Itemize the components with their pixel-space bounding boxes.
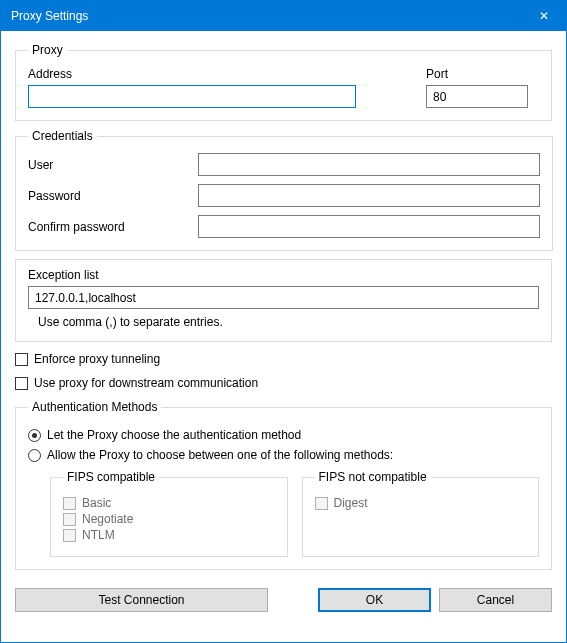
ntlm-checkbox [63, 529, 76, 542]
enforce-tunnel-checkbox[interactable] [15, 353, 28, 366]
downstream-label: Use proxy for downstream communication [34, 376, 258, 390]
fips-not-compatible-group: FIPS not compatible Digest [302, 470, 540, 557]
credentials-group: Credentials User Password Confirm passwo… [15, 129, 553, 251]
credentials-legend: Credentials [28, 129, 97, 143]
address-input[interactable] [28, 85, 356, 108]
test-connection-button[interactable]: Test Connection [15, 588, 268, 612]
auth-choose-label: Allow the Proxy to choose between one of… [47, 448, 393, 462]
exception-group: Exception list Use comma (,) to separate… [15, 259, 552, 342]
negotiate-label: Negotiate [82, 512, 133, 526]
digest-label: Digest [334, 496, 368, 510]
confirm-password-input[interactable] [198, 215, 540, 238]
exception-hint: Use comma (,) to separate entries. [38, 315, 539, 329]
proxy-group: Proxy Address Port [15, 43, 552, 121]
port-label: Port [426, 67, 528, 81]
titlebar: Proxy Settings ✕ [1, 1, 566, 31]
fips-compatible-legend: FIPS compatible [63, 470, 159, 484]
enforce-tunnel-label: Enforce proxy tunneling [34, 352, 160, 366]
ok-button[interactable]: OK [318, 588, 431, 612]
digest-checkbox [315, 497, 328, 510]
auth-choose-radio[interactable] [28, 449, 41, 462]
address-label: Address [28, 67, 356, 81]
user-input[interactable] [198, 153, 540, 176]
proxy-legend: Proxy [28, 43, 67, 57]
password-label: Password [28, 189, 198, 203]
auth-auto-label: Let the Proxy choose the authentication … [47, 428, 301, 442]
window-title: Proxy Settings [11, 9, 88, 23]
confirm-password-label: Confirm password [28, 220, 198, 234]
port-input[interactable] [426, 85, 528, 108]
cancel-button[interactable]: Cancel [439, 588, 552, 612]
password-input[interactable] [198, 184, 540, 207]
downstream-checkbox[interactable] [15, 377, 28, 390]
fips-compatible-group: FIPS compatible Basic Negotiate NTLM [50, 470, 288, 557]
exception-input[interactable] [28, 286, 539, 309]
content-area: Proxy Address Port Credentials User Pass… [1, 31, 566, 588]
exception-label: Exception list [28, 268, 539, 282]
auth-methods-group: Authentication Methods Let the Proxy cho… [15, 400, 552, 570]
close-button[interactable]: ✕ [521, 1, 566, 31]
ntlm-label: NTLM [82, 528, 115, 542]
fips-not-compatible-legend: FIPS not compatible [315, 470, 431, 484]
basic-label: Basic [82, 496, 111, 510]
basic-checkbox [63, 497, 76, 510]
auth-methods-legend: Authentication Methods [28, 400, 161, 414]
negotiate-checkbox [63, 513, 76, 526]
auth-auto-radio[interactable] [28, 429, 41, 442]
user-label: User [28, 158, 198, 172]
close-icon: ✕ [539, 9, 549, 23]
button-bar: Test Connection OK Cancel [1, 588, 566, 624]
